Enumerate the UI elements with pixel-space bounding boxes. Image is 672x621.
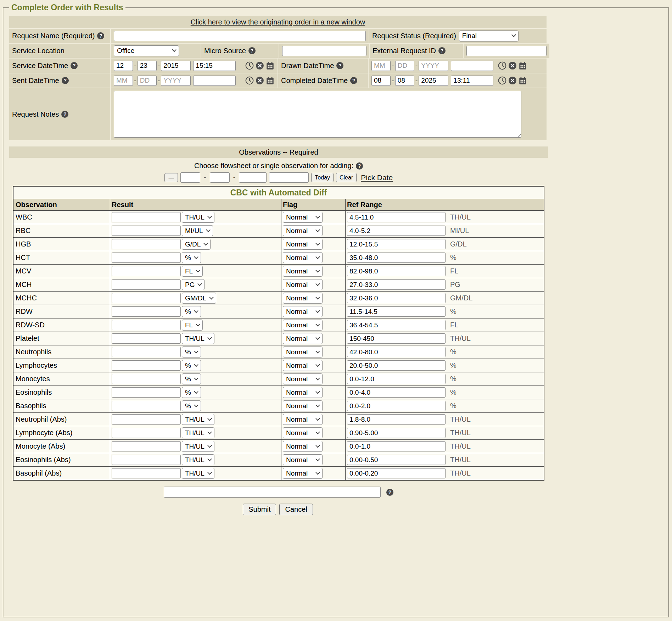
flag-select[interactable]: Normal [283, 306, 323, 317]
calendar-icon[interactable] [518, 61, 527, 70]
help-icon[interactable]: ? [97, 32, 104, 39]
result-input[interactable] [112, 306, 181, 317]
result-unit-select[interactable]: % [182, 387, 201, 398]
clock-icon[interactable] [498, 61, 507, 70]
ref-range-input[interactable] [347, 441, 446, 451]
flag-select[interactable]: Normal [283, 468, 323, 479]
clock-icon[interactable] [245, 76, 254, 85]
help-icon[interactable]: ? [336, 62, 343, 69]
result-unit-select[interactable]: % [182, 252, 201, 263]
today-button[interactable]: Today [311, 173, 334, 182]
flag-select[interactable]: Normal [283, 239, 323, 250]
result-input[interactable] [112, 226, 181, 236]
flag-select[interactable]: Normal [283, 360, 323, 371]
obs-date-year-input[interactable] [239, 172, 267, 183]
help-icon[interactable]: ? [61, 111, 68, 118]
result-unit-select[interactable]: % [182, 346, 201, 357]
flag-select[interactable]: Normal [283, 320, 323, 331]
ref-range-input[interactable] [347, 266, 446, 276]
ref-range-input[interactable] [347, 455, 446, 465]
result-input[interactable] [112, 333, 181, 344]
result-input[interactable] [112, 212, 181, 222]
result-input[interactable] [112, 293, 181, 303]
result-input[interactable] [112, 441, 181, 451]
ref-range-input[interactable] [347, 306, 446, 317]
result-input[interactable] [112, 455, 181, 465]
result-unit-select[interactable]: % [182, 360, 201, 371]
result-input[interactable] [112, 253, 181, 263]
ref-range-input[interactable] [347, 320, 446, 330]
flag-select[interactable]: Normal [283, 266, 323, 277]
service-month-input[interactable] [114, 61, 133, 71]
flag-select[interactable]: Normal [283, 225, 323, 236]
help-icon[interactable]: ? [350, 77, 357, 84]
service-year-input[interactable] [161, 61, 191, 71]
help-icon[interactable]: ? [71, 62, 78, 69]
flowsheet-select-button[interactable]: — [164, 173, 178, 182]
result-unit-select[interactable]: % [182, 400, 201, 411]
flag-select[interactable]: Normal [283, 212, 323, 223]
calendar-icon[interactable] [265, 61, 275, 70]
result-unit-select[interactable]: TH/UL [182, 333, 214, 344]
obs-date-month-input[interactable] [180, 172, 200, 183]
completed-year-input[interactable] [419, 76, 448, 86]
clear-datetime-icon[interactable] [508, 61, 517, 70]
result-input[interactable] [112, 468, 181, 478]
ref-range-input[interactable] [347, 374, 446, 384]
clock-icon[interactable] [245, 61, 254, 70]
result-input[interactable] [112, 279, 181, 290]
ref-range-input[interactable] [347, 293, 446, 303]
result-input[interactable] [112, 387, 181, 398]
ref-range-input[interactable] [347, 428, 446, 438]
flag-select[interactable]: Normal [283, 279, 323, 290]
drawn-time-input[interactable] [451, 61, 493, 71]
help-icon[interactable]: ? [438, 47, 446, 54]
result-unit-select[interactable]: G/DL [182, 239, 211, 250]
flag-select[interactable]: Normal [283, 252, 323, 263]
clock-icon[interactable] [498, 76, 507, 85]
drawn-day-input[interactable] [395, 61, 414, 71]
service-day-input[interactable] [138, 61, 157, 71]
flag-select[interactable]: Normal [283, 441, 323, 452]
service-time-input[interactable] [193, 61, 236, 71]
flag-select[interactable]: Normal [283, 387, 323, 398]
request-name-input[interactable] [114, 31, 366, 41]
flag-select[interactable]: Normal [283, 427, 323, 438]
ref-range-input[interactable] [347, 226, 446, 236]
ref-range-input[interactable] [347, 212, 446, 222]
result-input[interactable] [112, 374, 181, 384]
result-input[interactable] [112, 266, 181, 276]
ref-range-input[interactable] [347, 279, 446, 290]
result-unit-select[interactable]: GM/DL [182, 293, 216, 304]
submit-button[interactable]: Submit [243, 504, 276, 515]
clear-datetime-icon[interactable] [255, 76, 264, 85]
ref-range-input[interactable] [347, 253, 446, 263]
result-unit-select[interactable]: % [182, 306, 201, 317]
flag-select[interactable]: Normal [283, 333, 323, 344]
obs-date-time-input[interactable] [269, 172, 309, 183]
help-icon[interactable]: ? [356, 162, 363, 170]
cancel-button[interactable]: Cancel [279, 504, 313, 515]
result-input[interactable] [112, 320, 181, 330]
completed-month-input[interactable] [371, 76, 391, 86]
sent-month-input[interactable] [114, 76, 133, 86]
external-request-id-input[interactable] [466, 46, 547, 56]
result-unit-select[interactable]: MI/UL [182, 225, 213, 236]
ref-range-input[interactable] [347, 414, 446, 425]
request-notes-textarea[interactable] [114, 91, 521, 138]
pick-date-link[interactable]: Pick Date [361, 173, 393, 182]
origin-order-link[interactable]: Click here to view the originating order… [191, 18, 365, 26]
obs-date-day-input[interactable] [210, 172, 230, 183]
flag-select[interactable]: Normal [283, 454, 323, 465]
drawn-year-input[interactable] [419, 61, 448, 71]
result-input[interactable] [112, 239, 181, 249]
sent-year-input[interactable] [161, 76, 191, 86]
result-unit-select[interactable]: TH/UL [182, 454, 214, 465]
result-unit-select[interactable]: TH/UL [182, 441, 214, 452]
completed-day-input[interactable] [395, 76, 414, 86]
result-input[interactable] [112, 414, 181, 425]
sent-time-input[interactable] [193, 76, 236, 86]
result-input[interactable] [112, 360, 181, 371]
observation-bottom-input[interactable] [164, 487, 381, 498]
completed-time-input[interactable] [451, 76, 493, 86]
